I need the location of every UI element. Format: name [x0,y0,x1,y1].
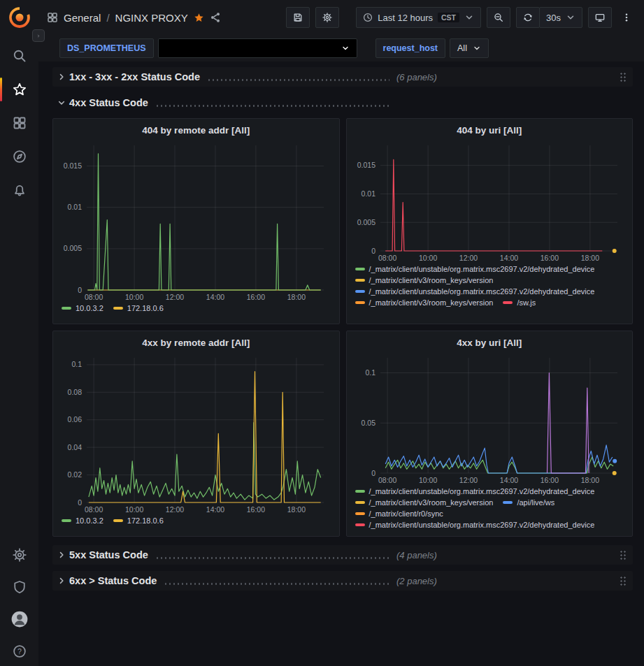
chevron-down-icon [341,44,350,52]
chart-svg: 08:0010:0012:0014:0016:0018:0000.020.040… [60,352,332,515]
svg-text:0.08: 0.08 [68,388,83,396]
save-dashboard-button[interactable] [286,7,310,28]
row-drag-handle[interactable] [620,576,627,586]
refresh-button[interactable] [516,7,540,28]
row-drag-handle[interactable] [620,550,627,560]
breadcrumb-separator: / [106,12,109,24]
legend-item[interactable]: /_matrix/client/r0/sync [355,509,443,518]
sidebar-item-dashboards[interactable] [0,108,38,138]
refresh-interval-dropdown[interactable]: 30s [539,7,582,28]
legend-item[interactable]: /_matrix/client/unstable/org.matrix.msc2… [355,521,595,529]
panel-title[interactable]: 404 by remote addr [All] [60,123,332,140]
row-chevron-icon [55,97,68,108]
dashboard-row-5xx[interactable]: 5xx Status Code (4 panels) [52,545,633,565]
dashboard-panel: 4xx by uri [All] 08:0010:0012:0014:0016:… [346,331,634,537]
svg-text:08:00: 08:00 [85,505,103,514]
datasource-variable-label[interactable]: DS_PROMETHEUS [59,38,154,58]
legend-item[interactable]: /_matrix/client/v3/room_keys/version [355,276,494,284]
sidebar-item-explore[interactable] [0,141,38,172]
sidebar-item-search[interactable] [0,41,38,71]
sidebar-item-alerting[interactable] [0,175,38,205]
request-host-variable-label[interactable]: request_host [375,38,446,58]
legend-item[interactable]: 172.18.0.6 [113,304,164,312]
row-drag-handle[interactable] [620,72,627,82]
legend-label: /_matrix/client/r0/sync [369,509,443,518]
dashboard-panel: 4xx by remote addr [All] 08:0010:0012:00… [52,331,340,537]
legend-item[interactable]: 10.0.3.2 [62,516,103,525]
svg-text:0.1: 0.1 [71,360,82,368]
svg-text:08:00: 08:00 [85,293,103,301]
kebab-menu-button[interactable] [617,7,636,28]
request-host-variable-dropdown[interactable]: All [450,38,489,58]
breadcrumb-section[interactable]: General [64,12,101,24]
time-range-label: Last 12 hours [378,13,433,23]
time-range-picker[interactable]: Last 12 hours CST [356,7,481,28]
breadcrumb: General / NGINX PROXY [47,12,221,24]
star-icon [13,82,27,96]
svg-text:0.01: 0.01 [361,189,375,198]
dashboard-row-4xx[interactable]: 4xx Status Code [52,93,633,113]
svg-text:16:00: 16:00 [247,505,265,514]
svg-text:0.05: 0.05 [361,419,375,427]
legend-swatch [355,501,365,504]
dashboard-row-6xx[interactable]: 6xx > Status Code (2 panels) [52,571,633,591]
legend-swatch [355,301,365,304]
search-icon [13,49,27,63]
legend-item[interactable]: /_matrix/client/unstable/org.matrix.msc2… [355,265,595,273]
legend-item[interactable]: /_matrix/client/v3/room_keys/version [355,298,494,307]
row-lead: 1xx - 3xx - 2xx Status Code [68,71,396,82]
legend-swatch [503,501,513,504]
legend-item[interactable]: 172.18.0.6 [113,516,164,525]
chart-svg: 08:0010:0012:0014:0016:0018:0000.050.1 [354,352,626,486]
sidebar-item-server-admin[interactable] [0,572,38,602]
svg-text:0.015: 0.015 [64,161,82,170]
grafana-logo[interactable] [8,6,31,29]
svg-text:10:00: 10:00 [418,476,436,484]
sidebar-item-help[interactable]: ? [0,636,38,666]
share-icon[interactable] [210,12,221,23]
svg-text:14:00: 14:00 [206,505,224,514]
bell-icon [13,183,27,197]
favorite-star-icon[interactable] [194,13,204,23]
panel-title[interactable]: 4xx by remote addr [All] [60,335,332,352]
chart-svg: 08:0010:0012:0014:0016:0018:0000.0050.01… [60,140,332,303]
tv-mode-button[interactable] [588,7,612,28]
legend-swatch [355,279,365,282]
legend-item[interactable]: /_matrix/client/unstable/org.matrix.msc2… [355,287,595,296]
legend-swatch [503,301,513,304]
svg-text:16:00: 16:00 [540,476,558,484]
help-icon: ? [13,644,27,658]
legend-label: /_matrix/client/unstable/org.matrix.msc2… [369,265,595,273]
legend-item[interactable]: /_matrix/client/unstable/org.matrix.msc2… [355,487,595,495]
sidebar-item-starred[interactable] [0,74,38,105]
legend-item[interactable]: /sw.js [503,298,536,307]
svg-text:0: 0 [78,498,82,507]
sidebar-expand-button[interactable] [32,29,45,42]
svg-text:10:00: 10:00 [418,254,436,262]
svg-text:0.005: 0.005 [64,244,82,252]
legend-label: /sw.js [517,298,536,307]
dashboard-row-1xx-3xx-2xx[interactable]: 1xx - 3xx - 2xx Status Code (6 panels) [52,67,633,87]
legend-item[interactable]: /_matrix/client/v3/room_keys/version [355,498,494,507]
breadcrumb-title[interactable]: NGINX PROXY [115,12,188,24]
svg-text:08:00: 08:00 [378,254,396,262]
panel-title[interactable]: 4xx by uri [All] [354,335,626,352]
sidebar-item-profile[interactable] [0,604,38,635]
sidebar-item-settings[interactable] [0,540,38,570]
legend-label: /_matrix/client/v3/room_keys/version [369,498,494,507]
panel-legend: 10.0.3.2172.18.0.6 [60,303,332,318]
legend-item[interactable]: 10.0.3.2 [62,304,103,312]
legend-item[interactable]: /api/live/ws [503,498,554,507]
datasource-variable-dropdown[interactable] [158,38,357,58]
row-title: 6xx > Status Code [69,575,157,586]
svg-text:0.015: 0.015 [357,161,375,169]
svg-text:0: 0 [78,286,82,294]
chevron-down-icon [464,13,474,22]
time-series-chart: 08:0010:0012:0014:0016:0018:0000.0050.01… [354,140,626,263]
compass-icon [13,150,27,164]
zoom-out-button[interactable] [487,7,510,28]
panel-title[interactable]: 404 by uri [All] [354,123,626,140]
svg-text:?: ? [17,647,22,656]
dashboard-settings-button[interactable] [315,7,339,28]
legend-label: /_matrix/client/unstable/org.matrix.msc2… [369,521,595,529]
